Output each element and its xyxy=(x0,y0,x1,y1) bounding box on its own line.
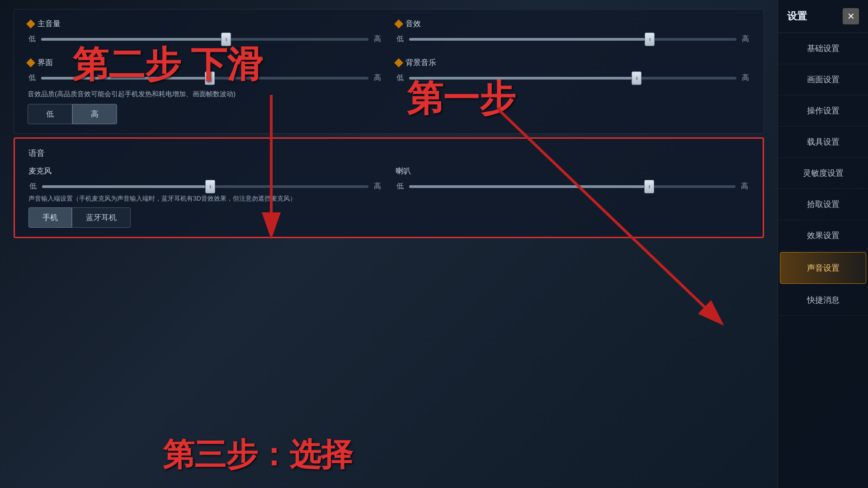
audio-quality-section: 音效品质(高品质音效可能会引起手机发热和耗电增加、画面帧数波动) 低 高 xyxy=(28,90,750,124)
close-button[interactable]: ✕ xyxy=(843,8,859,24)
speaker-track[interactable] xyxy=(409,185,736,188)
ui-volume-group: 界面 低 高 xyxy=(28,57,382,83)
ui-volume-slider-row: 低 高 xyxy=(28,73,382,83)
sfx-volume-thumb[interactable] xyxy=(645,33,655,46)
speaker-fill xyxy=(409,185,644,188)
mic-fill xyxy=(42,185,205,188)
mic-label: 麦克风 xyxy=(28,166,382,176)
quality-high-button[interactable]: 高 xyxy=(72,104,117,124)
ui-volume-icon xyxy=(26,58,35,67)
device-button-group: 手机 蓝牙耳机 xyxy=(28,207,749,228)
bgm-volume-track[interactable] xyxy=(409,77,736,80)
ui-volume-fill xyxy=(41,77,205,80)
main-container: 主音量 低 高 音效 xyxy=(0,0,868,488)
speaker-slider-row: 低 高 xyxy=(396,182,749,191)
master-volume-group: 主音量 低 高 xyxy=(28,19,382,44)
ui-volume-thumb[interactable] xyxy=(205,71,215,85)
sidebar-items-list: 基础设置 画面设置 操作设置 载具设置 灵敏度设置 拾取设置 效果设置 声音设置… xyxy=(778,33,868,488)
mic-thumb[interactable] xyxy=(205,180,215,193)
bgm-volume-thumb[interactable] xyxy=(632,71,642,85)
sfx-volume-track[interactable] xyxy=(409,38,736,41)
sfx-volume-group: 音效 低 高 xyxy=(396,19,750,44)
settings-sidebar: 设置 ✕ 基础设置 画面设置 操作设置 载具设置 灵敏度设置 拾取设置 效果设置… xyxy=(778,0,868,488)
master-volume-label: 主音量 xyxy=(28,19,382,29)
master-volume-icon xyxy=(26,19,35,28)
sidebar-item-sensitivity[interactable]: 灵敏度设置 xyxy=(778,158,868,189)
bgm-volume-slider-row: 低 高 xyxy=(396,73,750,83)
mic-slider-row: 低 高 xyxy=(28,182,382,191)
speaker-thumb[interactable] xyxy=(644,180,654,193)
sidebar-title: 设置 xyxy=(787,9,807,23)
voice-section-title: 语音 xyxy=(28,148,749,159)
sidebar-item-basic[interactable]: 基础设置 xyxy=(778,33,868,64)
master-volume-slider-row: 低 高 xyxy=(28,34,382,44)
device-bluetooth-button[interactable]: 蓝牙耳机 xyxy=(72,207,131,228)
sidebar-item-graphics[interactable]: 画面设置 xyxy=(778,64,868,95)
sidebar-item-shortcut[interactable]: 快捷消息 xyxy=(778,285,868,316)
ui-volume-label: 界面 xyxy=(28,57,382,68)
input-device-section: 声音输入端设置（手机麦克风为声音输入端时，蓝牙耳机有3D音效效果，但注意勿遮挡麦… xyxy=(28,195,749,228)
quality-button-group: 低 高 xyxy=(28,104,750,124)
sfx-volume-icon xyxy=(394,19,403,28)
bgm-volume-label: 背景音乐 xyxy=(396,57,750,68)
quality-description: 音效品质(高品质音效可能会引起手机发热和耗电增加、画面帧数波动) xyxy=(28,90,750,99)
voice-settings-panel: 语音 麦克风 低 高 xyxy=(14,137,764,238)
sidebar-item-sound[interactable]: 声音设置 xyxy=(780,252,866,284)
ui-volume-track[interactable] xyxy=(41,77,368,80)
quality-low-button[interactable]: 低 xyxy=(28,104,72,124)
sound-settings-panel: 主音量 低 高 音效 xyxy=(14,9,764,134)
speaker-group: 喇叭 低 高 xyxy=(396,166,749,191)
sidebar-header: 设置 ✕ xyxy=(778,0,868,33)
master-volume-track[interactable] xyxy=(41,38,368,41)
sidebar-item-pickup[interactable]: 拾取设置 xyxy=(778,189,868,220)
sidebar-item-controls[interactable]: 操作设置 xyxy=(778,95,868,127)
voice-slider-grid: 麦克风 低 高 喇叭 xyxy=(28,166,749,191)
mic-group: 麦克风 低 高 xyxy=(28,166,382,191)
bgm-volume-fill xyxy=(409,77,632,80)
input-device-description: 声音输入端设置（手机麦克风为声音输入端时，蓝牙耳机有3D音效效果，但注意勿遮挡麦… xyxy=(28,195,749,203)
master-volume-thumb[interactable] xyxy=(221,33,231,46)
mic-track[interactable] xyxy=(42,185,368,188)
sfx-volume-fill xyxy=(409,38,645,41)
speaker-label: 喇叭 xyxy=(396,166,749,176)
sidebar-item-effects[interactable]: 效果设置 xyxy=(778,220,868,251)
bgm-volume-icon xyxy=(394,58,403,67)
sidebar-item-vehicle[interactable]: 载具设置 xyxy=(778,127,868,158)
bgm-volume-group: 背景音乐 低 高 xyxy=(396,57,750,83)
content-area: 主音量 低 高 音效 xyxy=(0,0,778,488)
master-volume-fill xyxy=(41,38,221,41)
sfx-volume-label: 音效 xyxy=(396,19,750,29)
volume-grid: 主音量 低 高 音效 xyxy=(28,19,750,83)
sfx-volume-slider-row: 低 高 xyxy=(396,34,750,44)
device-phone-button[interactable]: 手机 xyxy=(28,207,72,228)
